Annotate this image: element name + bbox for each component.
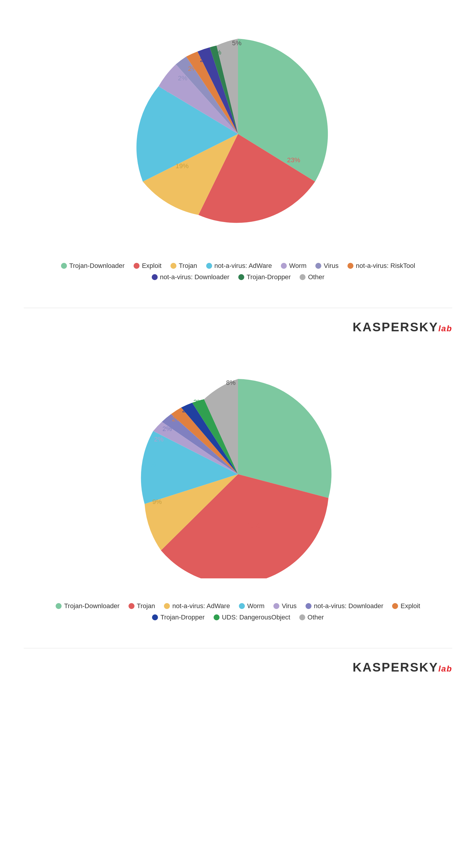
- legend-dot-7: [347, 263, 353, 269]
- legend-item-trojan-downloader-1: Trojan-Downloader: [61, 262, 125, 270]
- legend-item-trojan-downloader-2: Trojan-Downloader: [56, 602, 119, 610]
- legend-label: Trojan: [179, 262, 197, 270]
- legend-label: Trojan-Dropper: [247, 273, 291, 281]
- pct-exploit-2: 2%: [172, 415, 182, 423]
- chart1-legend: Trojan-Downloader Exploit Trojan not-a-v…: [24, 253, 452, 290]
- legend-item-trojan-2: Trojan: [129, 602, 155, 610]
- legend-dot-24: [239, 603, 245, 609]
- legend-item-dropper-2: Trojan-Dropper: [152, 614, 204, 621]
- legend-item-exploit-1: Exploit: [134, 262, 162, 270]
- legend-dot-27: [392, 603, 398, 609]
- legend-item-adware-2: not-a-virus: AdWare: [164, 602, 230, 610]
- legend-dot-9: [238, 274, 244, 280]
- legend-dot-25: [274, 603, 279, 609]
- legend-label: Trojan: [137, 602, 155, 610]
- legend-item-other-1: Other: [299, 273, 324, 281]
- legend-label: UDS: DangerousObject: [222, 614, 290, 621]
- chart2-container: 45% 20% 9% 8% 2% 2% 2% 2% 2% 8%: [24, 358, 452, 590]
- legend-item-adware-1: not-a-virus: AdWare: [206, 262, 272, 270]
- pct-virus-2: 2%: [154, 435, 164, 443]
- chart1-container: 29% 23% 19% 11% 6% 2% 2% 2% 1% 5%: [24, 18, 452, 250]
- chart2-pie-wrapper: 45% 20% 9% 8% 2% 2% 2% 2% 2% 8%: [134, 370, 342, 578]
- legend-dot-6: [315, 263, 321, 269]
- legend-label: not-a-virus: AdWare: [172, 602, 230, 610]
- chart1-svg: 29% 23% 19% 11% 6% 2% 2% 2% 1% 5%: [134, 30, 342, 238]
- legend-dot-23: [164, 603, 170, 609]
- pct-other-1: 5%: [232, 39, 242, 47]
- chart1-pie-wrapper: 29% 23% 19% 11% 6% 2% 2% 2% 1% 5%: [134, 30, 342, 238]
- legend-dot-22: [129, 603, 134, 609]
- pct-worm-1: 6%: [166, 86, 176, 94]
- legend-label: Trojan-Downloader: [69, 262, 125, 270]
- legend-item-worm-1: Worm: [281, 262, 307, 270]
- legend-label: Exploit: [401, 602, 420, 610]
- legend-label: Exploit: [142, 262, 162, 270]
- pct-adware-2: 9%: [152, 498, 162, 505]
- legend-label: Virus: [282, 602, 296, 610]
- legend-item-risktool-1: not-a-virus: RiskTool: [347, 262, 415, 270]
- pct-trojan-2: 20%: [247, 522, 260, 529]
- pct-trojan-downloader-2: 45%: [296, 427, 309, 434]
- legend-dot-10: [299, 274, 306, 280]
- kaspersky-logo-2: KASPERSKYlab: [0, 654, 476, 680]
- kaspersky-logo-text-2: KASPERSKYlab: [353, 660, 452, 675]
- pct-dropper-2: 2%: [182, 406, 192, 414]
- legend-item-dropper-1: Trojan-Dropper: [238, 273, 291, 281]
- legend-label: Worm: [247, 602, 264, 610]
- legend-dot-4: [206, 263, 212, 269]
- pct-dropper-1: 1%: [212, 49, 221, 56]
- chart1-section: 29% 23% 19% 11% 6% 2% 2% 2% 1% 5% Trojan…: [0, 0, 476, 302]
- legend-label: Trojan-Downloader: [64, 602, 119, 610]
- pct-uds-2: 2%: [193, 398, 203, 406]
- pct-adware-1: 11%: [151, 115, 164, 122]
- chart2-section: 45% 20% 9% 8% 2% 2% 2% 2% 2% 8% Trojan-D…: [0, 340, 476, 642]
- legend-label: not-a-virus: RiskTool: [356, 262, 415, 270]
- legend-item-uds-2: UDS: DangerousObject: [214, 614, 290, 621]
- legend-dot-8: [152, 274, 158, 280]
- legend-item-other-2: Other: [299, 614, 324, 621]
- legend-dot-2: [134, 263, 139, 269]
- legend-dot-28: [152, 614, 158, 620]
- divider-2: [24, 648, 452, 648]
- legend-dot-26: [306, 603, 312, 609]
- pct-trojan-1: 19%: [176, 162, 189, 170]
- legend-item-trojan-1: Trojan: [170, 262, 197, 270]
- pct-worm-2: 8%: [146, 461, 156, 468]
- legend-dot-29: [214, 614, 220, 620]
- legend-label: not-a-virus: Downloader: [160, 273, 230, 281]
- legend-dot-21: [56, 603, 62, 609]
- pct-risktool-1: 2%: [188, 65, 197, 72]
- pct-other-2: 8%: [226, 379, 235, 386]
- pct-downloader-2: 2%: [162, 425, 172, 433]
- pct-exploit-1: 23%: [287, 156, 300, 164]
- legend-label: Virus: [324, 262, 339, 270]
- legend-label: Other: [308, 614, 324, 621]
- legend-item-worm-2: Worm: [239, 602, 264, 610]
- legend-label: not-a-virus: AdWare: [215, 262, 272, 270]
- chart2-legend: Trojan-Downloader Trojan not-a-virus: Ad…: [24, 593, 452, 630]
- legend-dot-3: [170, 263, 177, 269]
- legend-item-downloader-2: not-a-virus: Downloader: [306, 602, 383, 610]
- legend-item-virus-2: Virus: [274, 602, 296, 610]
- legend-label: Worm: [289, 262, 307, 270]
- legend-label: not-a-virus: Downloader: [314, 602, 383, 610]
- pct-downloader-1: 2%: [200, 56, 210, 63]
- legend-dot-5: [281, 263, 287, 269]
- divider-1: [24, 308, 452, 308]
- pct-virus-1: 2%: [178, 74, 187, 82]
- legend-dot-30: [299, 614, 305, 620]
- kaspersky-logo-1: KASPERSKYlab: [0, 314, 476, 340]
- legend-label: Trojan-Dropper: [160, 614, 204, 621]
- pct-trojan-downloader-1: 29%: [291, 91, 305, 98]
- chart2-svg: 45% 20% 9% 8% 2% 2% 2% 2% 2% 8%: [134, 370, 342, 578]
- legend-label: Other: [308, 273, 324, 281]
- legend-dot-1: [61, 263, 67, 269]
- kaspersky-logo-text-1: KASPERSKYlab: [353, 320, 452, 334]
- legend-item-downloader-1: not-a-virus: Downloader: [152, 273, 230, 281]
- legend-item-exploit-2: Exploit: [392, 602, 420, 610]
- legend-item-virus-1: Virus: [315, 262, 339, 270]
